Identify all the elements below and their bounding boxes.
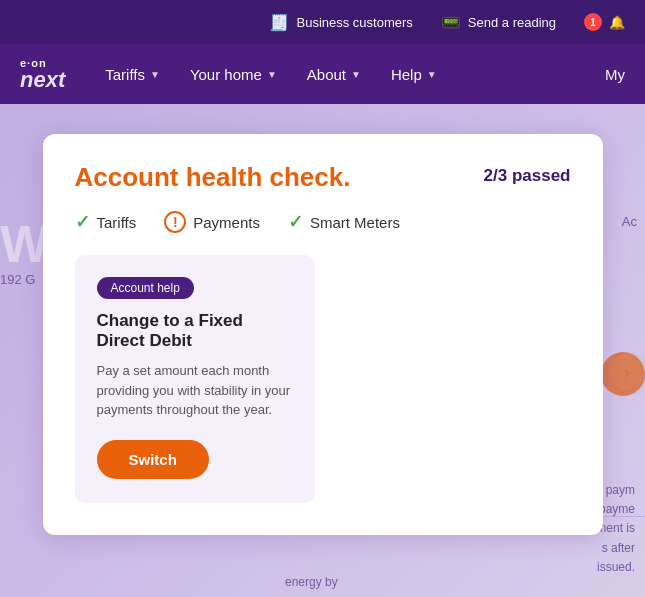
about-chevron-icon: ▼ — [351, 69, 361, 80]
business-customers-label: Business customers — [296, 15, 412, 30]
smart-meters-check-icon: ✓ — [288, 211, 303, 233]
tariffs-check-label: Tariffs — [97, 214, 137, 231]
business-customers-link[interactable]: 🧾 Business customers — [269, 13, 412, 32]
nav-about[interactable]: About ▼ — [307, 66, 361, 83]
notification-count: 1 — [584, 13, 602, 31]
modal-header: Account health check. 2/3 passed — [75, 162, 571, 193]
briefcase-icon: 🧾 — [269, 13, 289, 32]
card-description: Pay a set amount each month providing yo… — [97, 361, 293, 420]
smart-meters-check-label: Smart Meters — [310, 214, 400, 231]
nav-help[interactable]: Help ▼ — [391, 66, 437, 83]
account-help-card: Account help Change to a Fixed Direct De… — [75, 255, 315, 503]
check-tariffs: ✓ Tariffs — [75, 211, 137, 233]
payments-check-label: Payments — [193, 214, 260, 231]
card-title: Change to a Fixed Direct Debit — [97, 311, 293, 351]
passed-badge: 2/3 passed — [484, 166, 571, 186]
your-home-label: Your home — [190, 66, 262, 83]
modal-title: Account health check. — [75, 162, 351, 193]
logo-next-text: next — [20, 69, 65, 91]
meter-icon: 📟 — [441, 13, 461, 32]
send-reading-link[interactable]: 📟 Send a reading — [441, 13, 556, 32]
nav-my[interactable]: My — [605, 66, 625, 83]
check-payments: ! Payments — [164, 211, 260, 233]
payments-warn-icon: ! — [164, 211, 186, 233]
your-home-chevron-icon: ▼ — [267, 69, 277, 80]
nav-your-home[interactable]: Your home ▼ — [190, 66, 277, 83]
my-label: My — [605, 66, 625, 83]
switch-button[interactable]: Switch — [97, 440, 209, 479]
nav-tariffs[interactable]: Tariffs ▼ — [105, 66, 160, 83]
help-chevron-icon: ▼ — [427, 69, 437, 80]
tariffs-chevron-icon: ▼ — [150, 69, 160, 80]
about-label: About — [307, 66, 346, 83]
tariffs-check-icon: ✓ — [75, 211, 90, 233]
health-check-modal: Account health check. 2/3 passed ✓ Tarif… — [43, 134, 603, 535]
help-label: Help — [391, 66, 422, 83]
notification-bell[interactable]: 1 🔔 — [584, 13, 625, 31]
bell-icon: 🔔 — [609, 15, 625, 30]
eon-next-logo[interactable]: e·on next — [20, 58, 65, 91]
checks-row: ✓ Tariffs ! Payments ✓ Smart Meters — [75, 211, 571, 233]
check-smart-meters: ✓ Smart Meters — [288, 211, 400, 233]
send-reading-label: Send a reading — [468, 15, 556, 30]
modal-overlay: Account health check. 2/3 passed ✓ Tarif… — [0, 104, 645, 597]
tariffs-label: Tariffs — [105, 66, 145, 83]
nav-bar: e·on next Tariffs ▼ Your home ▼ About ▼ … — [0, 44, 645, 104]
card-tag: Account help — [97, 277, 194, 299]
top-bar: 🧾 Business customers 📟 Send a reading 1 … — [0, 0, 645, 44]
